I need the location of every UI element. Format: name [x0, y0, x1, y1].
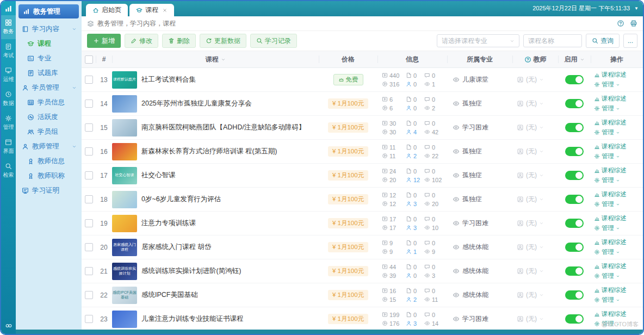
course-title[interactable]: 2025年苏州市孤独症儿童康复分享会 — [141, 99, 252, 108]
rail-item[interactable]: 界面 — [1, 135, 16, 159]
row-checkbox[interactable] — [85, 76, 93, 84]
toolbar-button[interactable]: 修改 — [125, 34, 158, 48]
tab[interactable]: 启始页 — [86, 4, 128, 16]
teacher-select[interactable]: (无) — [512, 123, 558, 132]
sidebar-item[interactable]: 教师职称 — [18, 169, 79, 183]
rail-item[interactable]: 教务 — [1, 15, 16, 39]
tab[interactable]: 课程 — [129, 4, 174, 16]
row-checkbox[interactable] — [85, 219, 93, 227]
course-title[interactable]: 社交心智课 — [141, 171, 176, 180]
sidebar-item[interactable]: 教师管理 — [18, 139, 79, 154]
row-checkbox[interactable] — [85, 171, 93, 179]
teacher-select[interactable]: (无) — [512, 219, 558, 228]
rail-link-icon[interactable] — [5, 317, 13, 334]
row-checkbox[interactable] — [85, 267, 93, 275]
row-checkbox[interactable] — [85, 315, 93, 323]
select-all-checkbox[interactable] — [85, 55, 93, 64]
course-overview-link[interactable]: 课程综述 — [594, 95, 643, 103]
enable-toggle[interactable] — [565, 266, 584, 276]
sidebar-item[interactable]: 课程 — [18, 36, 79, 51]
sidebar-item[interactable]: 试题库 — [18, 66, 79, 80]
row-checkbox[interactable] — [85, 195, 93, 203]
col-enabled[interactable]: 启用 — [558, 51, 591, 67]
teacher-select[interactable]: (无) — [512, 147, 558, 156]
enable-toggle[interactable] — [565, 171, 584, 180]
enable-toggle[interactable] — [565, 314, 584, 324]
manage-link[interactable]: 管理 — [594, 176, 643, 184]
sidebar-item[interactable]: 教师信息 — [18, 154, 79, 169]
course-title[interactable]: 新森林家长养育方式治疗师培训课 程(第五期) — [141, 147, 277, 156]
teacher-select[interactable]: (无) — [512, 290, 558, 300]
course-title[interactable]: 儿童注意力训练专业技能证书课程 — [141, 314, 244, 324]
course-title[interactable]: 注意力专项训练课 — [141, 219, 196, 228]
manage-link[interactable]: 管理 — [594, 248, 643, 256]
rail-item[interactable]: 检索 — [1, 159, 16, 183]
course-overview-link[interactable]: 课程综述 — [594, 286, 643, 294]
search-button[interactable]: 查询 — [586, 34, 620, 48]
toolbar-button[interactable]: 学习记录 — [250, 34, 297, 48]
course-overview-link[interactable]: 课程综述 — [594, 238, 643, 246]
course-overview-link[interactable]: 课程综述 — [594, 190, 643, 198]
enable-toggle[interactable] — [565, 147, 584, 156]
course-name-input[interactable] — [523, 34, 582, 47]
add-button[interactable]: 新增 — [87, 34, 121, 48]
manage-link[interactable]: 管理 — [594, 320, 643, 328]
sidebar-item[interactable]: 学员组 — [18, 125, 79, 139]
sidebar-item[interactable]: 学员信息 — [18, 95, 79, 110]
sidebar-item[interactable]: 学员管理 — [18, 80, 79, 95]
course-title[interactable]: 社工考试资料合集 — [141, 75, 196, 84]
course-title[interactable]: 居家感统入门课程 胡岱 — [141, 243, 211, 252]
row-checkbox[interactable] — [85, 291, 93, 299]
more-button[interactable]: ... — [623, 34, 637, 48]
row-checkbox[interactable] — [85, 243, 93, 251]
rail-item[interactable]: 管理 — [1, 111, 16, 135]
manage-link[interactable]: 管理 — [594, 296, 643, 304]
manage-link[interactable]: 管理 — [594, 80, 643, 89]
enable-toggle[interactable] — [565, 290, 584, 300]
course-overview-link[interactable]: 课程综述 — [594, 310, 643, 318]
row-checkbox[interactable] — [85, 147, 93, 156]
toolbar-button[interactable]: 删除 — [162, 34, 196, 48]
enable-toggle[interactable] — [565, 195, 584, 204]
col-teacher[interactable]: 教师 — [512, 51, 558, 67]
teacher-select[interactable]: (无) — [512, 75, 558, 84]
help-button[interactable] — [617, 20, 624, 28]
manage-link[interactable]: 管理 — [594, 152, 643, 160]
course-overview-link[interactable]: 课程综述 — [594, 142, 643, 151]
major-select[interactable]: 请选择课程专业 — [437, 34, 519, 47]
window-caret-icon[interactable]: ▼ — [634, 6, 639, 11]
teacher-select[interactable]: (无) — [512, 195, 558, 204]
manage-link[interactable]: 管理 — [594, 224, 643, 232]
course-overview-link[interactable]: 课程综述 — [594, 166, 643, 175]
sidebar-item[interactable]: 学习内容 — [18, 22, 79, 36]
course-title[interactable]: 南京脑科医院柯晓燕团队【ADHD/注意缺陷多动障碍】 — [141, 123, 305, 132]
teacher-select[interactable]: (无) — [512, 266, 558, 276]
course-title[interactable]: 感统IPCF美国基础 — [141, 290, 197, 300]
enable-toggle[interactable] — [565, 99, 584, 108]
app-title-button[interactable]: 教务管理 — [18, 4, 79, 18]
manage-link[interactable]: 管理 — [594, 104, 643, 113]
print-button[interactable] — [630, 20, 637, 28]
teacher-select[interactable]: (无) — [512, 99, 558, 108]
sidebar-item[interactable]: 专业 — [18, 51, 79, 66]
teacher-select[interactable]: (无) — [512, 171, 558, 180]
col-course[interactable]: 课程 — [112, 51, 319, 67]
course-overview-link[interactable]: 课程综述 — [594, 214, 643, 222]
manage-link[interactable]: 管理 — [594, 200, 643, 208]
row-checkbox[interactable] — [85, 100, 93, 108]
course-title[interactable]: 0岁~6岁儿童发育行为评估 — [141, 195, 221, 204]
teacher-select[interactable]: (无) — [512, 314, 558, 324]
toolbar-button[interactable]: 更新数据 — [200, 34, 246, 48]
manage-link[interactable]: 管理 — [594, 128, 643, 137]
course-overview-link[interactable]: 课程综述 — [594, 71, 643, 79]
enable-toggle[interactable] — [565, 219, 584, 228]
row-checkbox[interactable] — [85, 123, 93, 132]
teacher-select[interactable]: (无) — [512, 243, 558, 252]
sidebar-item[interactable]: 学习证明 — [18, 183, 79, 198]
sidebar-item[interactable]: 活跃度 — [18, 110, 79, 125]
course-overview-link[interactable]: 课程综述 — [594, 262, 643, 270]
enable-toggle[interactable] — [565, 75, 584, 84]
enable-toggle[interactable] — [565, 123, 584, 132]
course-overview-link[interactable]: 课程综述 — [594, 119, 643, 127]
enable-toggle[interactable] — [565, 243, 584, 252]
